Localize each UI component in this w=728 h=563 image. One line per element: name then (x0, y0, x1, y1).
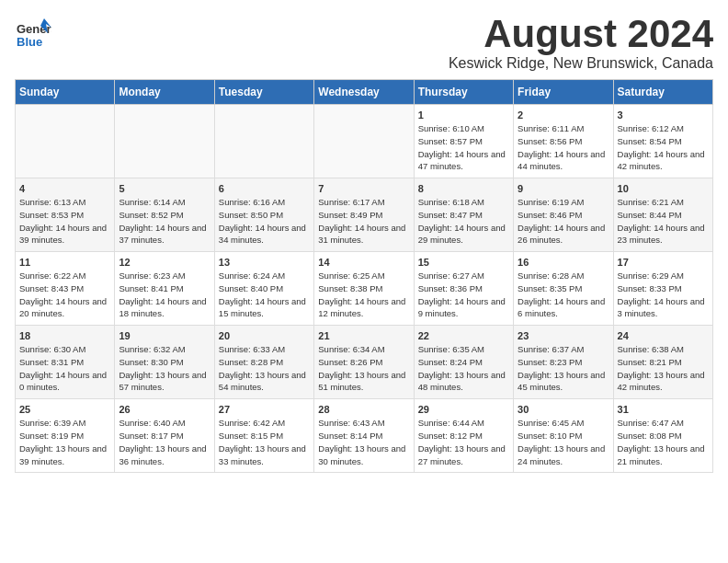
day-number: 21 (318, 330, 409, 341)
calendar-week-row: 1Sunrise: 6:10 AM Sunset: 8:57 PM Daylig… (16, 105, 713, 178)
calendar-cell: 9Sunrise: 6:19 AM Sunset: 8:46 PM Daylig… (514, 178, 613, 252)
calendar-cell: 6Sunrise: 6:16 AM Sunset: 8:50 PM Daylig… (214, 178, 313, 252)
day-info: Sunrise: 6:19 AM Sunset: 8:46 PM Dayligh… (518, 196, 609, 247)
day-number: 4 (19, 183, 110, 194)
calendar-body: 1Sunrise: 6:10 AM Sunset: 8:57 PM Daylig… (16, 105, 713, 473)
title-block: August 2024 Keswick Ridge, New Brunswick… (449, 15, 713, 72)
weekday-header-cell: Monday (115, 80, 214, 105)
day-info: Sunrise: 6:42 AM Sunset: 8:15 PM Dayligh… (219, 417, 310, 467)
calendar-cell (314, 105, 414, 178)
day-info: Sunrise: 6:29 AM Sunset: 8:33 PM Dayligh… (618, 270, 709, 320)
day-number: 16 (518, 257, 609, 268)
calendar-cell: 12Sunrise: 6:23 AM Sunset: 8:41 PM Dayli… (115, 252, 214, 326)
calendar-cell: 29Sunrise: 6:44 AM Sunset: 8:12 PM Dayli… (414, 399, 513, 473)
day-info: Sunrise: 6:47 AM Sunset: 8:08 PM Dayligh… (618, 417, 709, 467)
weekday-header-cell: Thursday (414, 80, 513, 105)
calendar-cell: 23Sunrise: 6:37 AM Sunset: 8:23 PM Dayli… (514, 326, 613, 399)
header: General Blue August 2024 Keswick Ridge, … (15, 15, 713, 72)
day-info: Sunrise: 6:10 AM Sunset: 8:57 PM Dayligh… (418, 122, 509, 173)
day-number: 25 (19, 404, 110, 415)
calendar-cell: 14Sunrise: 6:25 AM Sunset: 8:38 PM Dayli… (314, 252, 414, 326)
logo-icon: General Blue (15, 15, 51, 52)
day-number: 3 (618, 109, 709, 121)
calendar-cell: 4Sunrise: 6:13 AM Sunset: 8:53 PM Daylig… (16, 178, 115, 252)
calendar-week-row: 4Sunrise: 6:13 AM Sunset: 8:53 PM Daylig… (16, 178, 713, 252)
day-number: 15 (418, 257, 509, 268)
day-number: 27 (219, 404, 310, 415)
day-info: Sunrise: 6:37 AM Sunset: 8:23 PM Dayligh… (518, 343, 609, 394)
day-number: 6 (219, 183, 310, 194)
calendar-title: August 2024 (449, 15, 713, 53)
calendar-cell: 28Sunrise: 6:43 AM Sunset: 8:14 PM Dayli… (314, 399, 414, 473)
calendar-cell: 5Sunrise: 6:14 AM Sunset: 8:52 PM Daylig… (115, 178, 214, 252)
calendar-cell: 25Sunrise: 6:39 AM Sunset: 8:19 PM Dayli… (16, 399, 115, 473)
calendar-cell: 30Sunrise: 6:45 AM Sunset: 8:10 PM Dayli… (514, 399, 613, 473)
day-number: 5 (119, 183, 210, 194)
day-number: 18 (19, 330, 110, 341)
svg-text:Blue: Blue (17, 35, 42, 49)
weekday-header-row: SundayMondayTuesdayWednesdayThursdayFrid… (16, 80, 713, 105)
calendar-cell: 7Sunrise: 6:17 AM Sunset: 8:49 PM Daylig… (314, 178, 414, 252)
calendar-cell: 31Sunrise: 6:47 AM Sunset: 8:08 PM Dayli… (613, 399, 712, 473)
calendar-cell: 21Sunrise: 6:34 AM Sunset: 8:26 PM Dayli… (314, 326, 414, 399)
day-info: Sunrise: 6:11 AM Sunset: 8:56 PM Dayligh… (518, 122, 609, 173)
day-number: 26 (119, 404, 210, 415)
day-info: Sunrise: 6:18 AM Sunset: 8:47 PM Dayligh… (418, 196, 509, 247)
day-info: Sunrise: 6:12 AM Sunset: 8:54 PM Dayligh… (618, 122, 709, 173)
day-info: Sunrise: 6:30 AM Sunset: 8:31 PM Dayligh… (19, 343, 110, 394)
day-info: Sunrise: 6:45 AM Sunset: 8:10 PM Dayligh… (518, 417, 609, 467)
day-info: Sunrise: 6:27 AM Sunset: 8:36 PM Dayligh… (418, 270, 509, 320)
calendar-week-row: 25Sunrise: 6:39 AM Sunset: 8:19 PM Dayli… (16, 399, 713, 473)
day-number: 7 (318, 183, 409, 194)
day-info: Sunrise: 6:14 AM Sunset: 8:52 PM Dayligh… (119, 196, 210, 247)
day-number: 28 (318, 404, 409, 415)
calendar-cell: 26Sunrise: 6:40 AM Sunset: 8:17 PM Dayli… (115, 399, 214, 473)
day-info: Sunrise: 6:16 AM Sunset: 8:50 PM Dayligh… (219, 196, 310, 247)
calendar-cell: 19Sunrise: 6:32 AM Sunset: 8:30 PM Dayli… (115, 326, 214, 399)
day-info: Sunrise: 6:13 AM Sunset: 8:53 PM Dayligh… (19, 196, 110, 247)
day-info: Sunrise: 6:40 AM Sunset: 8:17 PM Dayligh… (119, 417, 210, 467)
calendar-cell: 27Sunrise: 6:42 AM Sunset: 8:15 PM Dayli… (214, 399, 313, 473)
calendar-cell (214, 105, 313, 178)
day-number: 10 (618, 183, 709, 194)
calendar-cell: 18Sunrise: 6:30 AM Sunset: 8:31 PM Dayli… (16, 326, 115, 399)
calendar-cell: 2Sunrise: 6:11 AM Sunset: 8:56 PM Daylig… (514, 105, 613, 178)
calendar-cell: 11Sunrise: 6:22 AM Sunset: 8:43 PM Dayli… (16, 252, 115, 326)
calendar-week-row: 11Sunrise: 6:22 AM Sunset: 8:43 PM Dayli… (16, 252, 713, 326)
day-number: 1 (418, 109, 509, 121)
weekday-header-cell: Wednesday (314, 80, 414, 105)
day-number: 11 (19, 257, 110, 268)
day-info: Sunrise: 6:33 AM Sunset: 8:28 PM Dayligh… (219, 343, 310, 394)
day-info: Sunrise: 6:32 AM Sunset: 8:30 PM Dayligh… (119, 343, 210, 394)
day-number: 20 (219, 330, 310, 341)
weekday-header-cell: Tuesday (214, 80, 313, 105)
calendar-subtitle: Keswick Ridge, New Brunswick, Canada (449, 55, 713, 72)
day-number: 31 (618, 404, 709, 415)
weekday-header-cell: Sunday (16, 80, 115, 105)
day-info: Sunrise: 6:22 AM Sunset: 8:43 PM Dayligh… (19, 270, 110, 320)
day-info: Sunrise: 6:39 AM Sunset: 8:19 PM Dayligh… (19, 417, 110, 467)
day-info: Sunrise: 6:35 AM Sunset: 8:24 PM Dayligh… (418, 343, 509, 394)
day-number: 23 (518, 330, 609, 341)
calendar-cell: 22Sunrise: 6:35 AM Sunset: 8:24 PM Dayli… (414, 326, 513, 399)
day-info: Sunrise: 6:43 AM Sunset: 8:14 PM Dayligh… (318, 417, 409, 467)
day-number: 2 (518, 109, 609, 121)
day-number: 12 (119, 257, 210, 268)
day-number: 30 (518, 404, 609, 415)
day-number: 17 (618, 257, 709, 268)
day-info: Sunrise: 6:21 AM Sunset: 8:44 PM Dayligh… (618, 196, 709, 247)
day-info: Sunrise: 6:28 AM Sunset: 8:35 PM Dayligh… (518, 270, 609, 320)
calendar-cell (16, 105, 115, 178)
day-number: 9 (518, 183, 609, 194)
day-info: Sunrise: 6:24 AM Sunset: 8:40 PM Dayligh… (219, 270, 310, 320)
calendar-cell: 24Sunrise: 6:38 AM Sunset: 8:21 PM Dayli… (613, 326, 712, 399)
day-number: 8 (418, 183, 509, 194)
weekday-header-cell: Friday (514, 80, 613, 105)
calendar-cell: 13Sunrise: 6:24 AM Sunset: 8:40 PM Dayli… (214, 252, 313, 326)
calendar-cell: 8Sunrise: 6:18 AM Sunset: 8:47 PM Daylig… (414, 178, 513, 252)
calendar-cell: 20Sunrise: 6:33 AM Sunset: 8:28 PM Dayli… (214, 326, 313, 399)
day-info: Sunrise: 6:17 AM Sunset: 8:49 PM Dayligh… (318, 196, 409, 247)
day-number: 19 (119, 330, 210, 341)
day-info: Sunrise: 6:38 AM Sunset: 8:21 PM Dayligh… (618, 343, 709, 394)
day-number: 29 (418, 404, 509, 415)
